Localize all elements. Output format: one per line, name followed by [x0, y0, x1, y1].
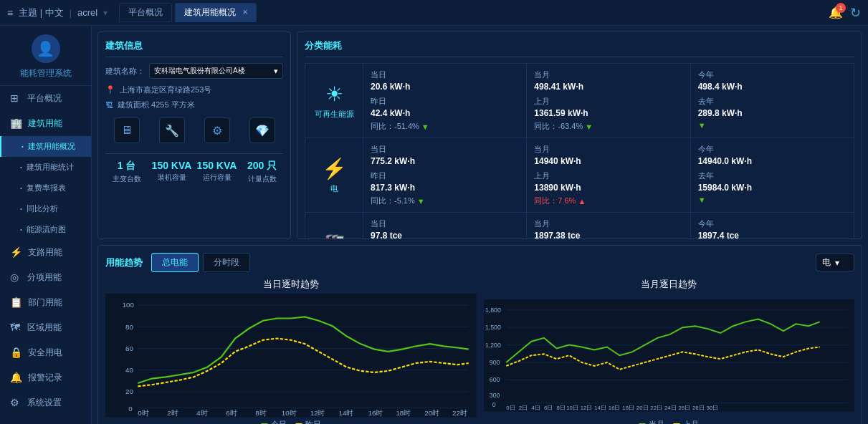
sidebar-item-alarm-label: 报警记录	[28, 372, 62, 384]
svg-text:300: 300	[489, 392, 500, 399]
notification-icon[interactable]: 🔔 1	[829, 6, 843, 19]
tab-platform[interactable]: 平台概况	[119, 3, 172, 22]
svg-text:1,200: 1,200	[485, 342, 500, 349]
svg-text:14日: 14日	[594, 405, 606, 411]
charts-container: 当日逐时趋势 100 80 60 40 20 0	[105, 278, 854, 424]
monthly-chart-title: 当月逐日趋势	[484, 278, 855, 291]
sidebar-item-platform[interactable]: ⊞ 平台概况	[0, 86, 91, 111]
svg-text:14时: 14时	[339, 409, 354, 417]
svg-text:30日: 30日	[706, 405, 718, 411]
sidebar-item-settings[interactable]: ⚙ 系统设置	[0, 390, 91, 415]
svg-text:20日: 20日	[636, 405, 648, 411]
sidebar-item-platform-label: 平台概况	[27, 92, 62, 105]
svg-text:2日: 2日	[518, 405, 527, 411]
sidebar: 👤 能耗管理系统 ⊞ 平台概况 🏢 建筑用能 建筑用能概况 建筑用能统计 复费率…	[0, 26, 92, 424]
top-section: 建筑信息 建筑名称： 安科瑞电气股份有限公司A楼 ▾ 📍 上海市嘉定区育绿路25…	[97, 32, 862, 239]
trend-buttons: 总电能 分时段	[151, 253, 250, 272]
sidebar-item-safety-label: 安全用电	[28, 347, 62, 359]
crystal-icon: 💎	[249, 117, 275, 143]
svg-text:24日: 24日	[664, 405, 676, 411]
sidebar-item-dept[interactable]: 📋 部门用能	[0, 290, 91, 315]
coal-icon: 🏭	[323, 233, 345, 239]
sidebar-item-compare[interactable]: 同比分析	[0, 198, 91, 219]
daily-chart-svg: 100 80 60 40 20 0 0时	[105, 294, 477, 418]
renewable-daily: 当日 20.6 kW·h 昨日 42.4 kW·h 同比：-51.4% ▼	[363, 64, 526, 138]
building-stats: 1 台 主变台数 150 KVA 装机容量 150 KVA 运行容量 200 只…	[105, 153, 283, 184]
sidebar-item-subitem[interactable]: ◎ 分项用能	[0, 265, 91, 290]
sidebar-profile: 👤 能耗管理系统	[0, 26, 91, 86]
svg-text:22日: 22日	[650, 405, 662, 411]
sidebar-item-building-overview[interactable]: 建筑用能概况	[0, 136, 91, 157]
sidebar-item-branch[interactable]: ⚡ 支路用能	[0, 240, 91, 265]
daily-chart-legend: 今日 昨日	[105, 419, 477, 425]
building-name-label: 建筑名称：	[105, 66, 145, 77]
svg-text:28日: 28日	[692, 405, 704, 411]
topbar-sep2: ▾	[103, 8, 108, 18]
topbar-right: 🔔 1 ↻	[829, 5, 861, 21]
svg-text:16日: 16日	[608, 405, 620, 411]
tab-close-icon[interactable]: ×	[242, 7, 247, 17]
svg-text:1,500: 1,500	[485, 324, 500, 331]
stat-running-value: 150 KVA	[196, 160, 238, 171]
coal-yearly: 今年 1897.4 tce 去年 2007.6 tce 同比：-5.5% ▼	[691, 213, 854, 239]
stat-meter-label: 计量点数	[241, 174, 283, 184]
building-info-title: 建筑信息	[105, 39, 283, 57]
sidebar-item-safety[interactable]: 🔒 安全用电	[0, 340, 91, 365]
stat-transformers-value: 1 台	[105, 160, 148, 173]
building-name-select[interactable]: 安科瑞电气股份有限公司A楼 ▾	[149, 63, 283, 79]
btn-total-energy[interactable]: 总电能	[151, 253, 199, 272]
tab-building-energy[interactable]: 建筑用能概况 ×	[175, 3, 257, 22]
device-computer: 🖥	[105, 117, 148, 146]
svg-text:1,800: 1,800	[485, 307, 500, 314]
refresh-icon[interactable]: ↻	[850, 5, 861, 21]
sidebar-item-subitem-label: 分项用能	[27, 271, 62, 284]
svg-rect-0	[105, 294, 477, 418]
menu-icon[interactable]: ≡	[7, 7, 13, 19]
sidebar-item-composite[interactable]: 复费率报表	[0, 178, 91, 198]
trend-title: 用能趋势	[105, 256, 143, 269]
sidebar-item-alarm[interactable]: 🔔 报警记录	[0, 365, 91, 390]
sidebar-nav: ⊞ 平台概况 🏢 建筑用能 建筑用能概况 建筑用能统计 复费率报表 同比分析 能…	[0, 86, 91, 424]
energy-type-select[interactable]: 电 ▾	[816, 254, 854, 271]
daily-chart: 当日逐时趋势 100 80 60 40 20 0	[105, 278, 477, 424]
topbar-title: 主题 | 中文	[19, 6, 64, 19]
stat-installed-capacity: 150 KVA 装机容量	[151, 160, 193, 184]
trend-header-left: 用能趋势 总电能 分时段	[105, 253, 250, 272]
svg-text:40: 40	[125, 366, 133, 374]
svg-text:600: 600	[489, 376, 500, 383]
safety-icon: 🔒	[10, 347, 22, 358]
settings-icon: ⚙	[10, 397, 22, 408]
location-icon: 📍	[105, 85, 115, 95]
area-icon: 🗺	[10, 322, 22, 333]
sidebar-item-branch-label: 支路用能	[28, 246, 62, 259]
device-gear: ⚙	[196, 117, 238, 146]
building-name-value: 安科瑞电气股份有限公司A楼	[154, 66, 245, 76]
svg-text:10日: 10日	[566, 405, 578, 411]
sidebar-item-building-stats[interactable]: 建筑用能统计	[0, 157, 91, 178]
stat-running-capacity: 150 KVA 运行容量	[196, 160, 238, 184]
stat-meter-value: 200 只	[241, 160, 283, 173]
svg-text:0时: 0时	[138, 409, 148, 417]
sidebar-item-flow[interactable]: 能源流向图	[0, 219, 91, 240]
stat-meter-count: 200 只 计量点数	[241, 160, 283, 184]
alarm-icon: 🔔	[10, 372, 22, 383]
sidebar-item-area-label: 区域用能	[27, 322, 62, 334]
electricity-daily: 当日 775.2 kW·h 昨日 817.3 kW·h 同比：-5.1% ▼	[363, 138, 526, 212]
topbar-tabs: 平台概况 建筑用能概况 ×	[119, 3, 257, 22]
sidebar-item-building[interactable]: 🏢 建筑用能	[0, 111, 91, 136]
notification-badge: 1	[836, 3, 846, 13]
btn-by-period[interactable]: 分时段	[203, 253, 250, 272]
sidebar-item-settings-label: 系统设置	[27, 397, 62, 409]
svg-text:4时: 4时	[196, 409, 207, 417]
renewable-label: 可再生能源	[315, 109, 354, 120]
subitem-icon: ◎	[10, 271, 22, 283]
svg-text:2时: 2时	[167, 409, 178, 417]
svg-text:12时: 12时	[310, 409, 325, 417]
svg-text:0: 0	[492, 401, 495, 408]
svg-text:12日: 12日	[580, 405, 592, 411]
sidebar-item-area[interactable]: 🗺 区域用能	[0, 315, 91, 340]
energy-coal-icon-cell: 🏭 标准煤	[305, 213, 363, 239]
area-icon2: 🏗	[105, 101, 113, 110]
avatar: 👤	[32, 34, 60, 63]
building-devices: 🖥 🔧 ⚙ 💎	[105, 117, 283, 146]
